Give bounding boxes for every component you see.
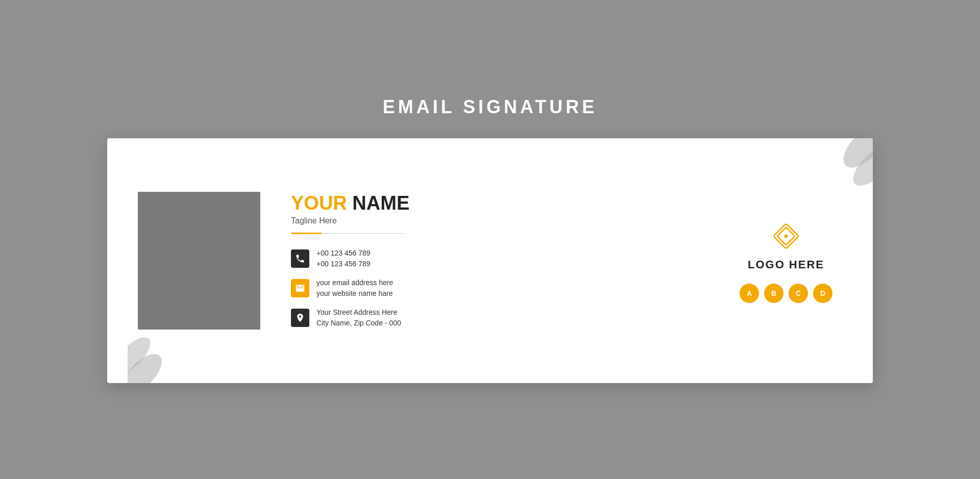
social-icon-a[interactable]: A bbox=[740, 284, 759, 303]
logo-area: LOGO HERE bbox=[748, 218, 824, 271]
address-text: Your Street Address Here City Name, Zip … bbox=[316, 307, 401, 329]
social-icon-d[interactable]: D bbox=[813, 284, 832, 303]
phone-line2: +00 123 456 789 bbox=[316, 259, 371, 269]
info-section: YOUR NAME Tagline Here +00 123 456 789 +… bbox=[291, 164, 730, 358]
social-icons: ABCD bbox=[740, 284, 832, 303]
blob-bottom-left-icon bbox=[128, 332, 184, 383]
dots-bottom-right-decoration bbox=[750, 327, 791, 368]
contact-email-item: your email address here your website nam… bbox=[291, 278, 709, 299]
svg-point-6 bbox=[784, 234, 788, 238]
contact-phone-item: +00 123 456 789 +00 123 456 789 bbox=[291, 248, 709, 269]
email-text: your email address here your website nam… bbox=[316, 278, 393, 299]
divider bbox=[291, 233, 403, 234]
phone-icon-box bbox=[291, 249, 309, 268]
city-line: City Name, Zip Code - 000 bbox=[316, 318, 401, 329]
page-title: EMAIL SIGNATURE bbox=[383, 96, 598, 118]
tagline: Tagline Here bbox=[291, 216, 709, 225]
profile-photo-placeholder bbox=[138, 192, 260, 330]
location-icon bbox=[295, 313, 305, 323]
email-line: your email address here bbox=[316, 278, 393, 288]
name-name: NAME bbox=[352, 192, 409, 214]
name-heading: YOUR NAME bbox=[291, 192, 709, 214]
social-icon-b[interactable]: B bbox=[764, 284, 783, 303]
email-icon-box bbox=[291, 279, 309, 297]
social-icon-c[interactable]: C bbox=[789, 284, 808, 303]
phone-line1: +00 123 456 789 bbox=[316, 248, 371, 259]
divider-gray bbox=[322, 233, 403, 234]
phone-text: +00 123 456 789 +00 123 456 789 bbox=[316, 248, 371, 269]
street-line: Your Street Address Here bbox=[316, 307, 401, 318]
email-icon bbox=[295, 283, 305, 293]
contact-list: +00 123 456 789 +00 123 456 789 your ema… bbox=[291, 248, 709, 329]
name-your: YOUR bbox=[291, 192, 347, 214]
logo-icon bbox=[768, 218, 804, 254]
address-icon-box bbox=[291, 309, 309, 327]
logo-text: LOGO HERE bbox=[748, 258, 824, 271]
dots-top-left-decoration: // Render dots inline via template bbox=[168, 154, 209, 194]
website-line: your website name hare bbox=[316, 288, 393, 299]
email-signature-card: // Render dots inline via template YOUR … bbox=[107, 138, 873, 383]
blob-top-right-icon bbox=[822, 138, 873, 189]
phone-icon bbox=[295, 254, 305, 264]
contact-address-item: Your Street Address Here City Name, Zip … bbox=[291, 307, 709, 329]
divider-orange bbox=[291, 233, 322, 234]
